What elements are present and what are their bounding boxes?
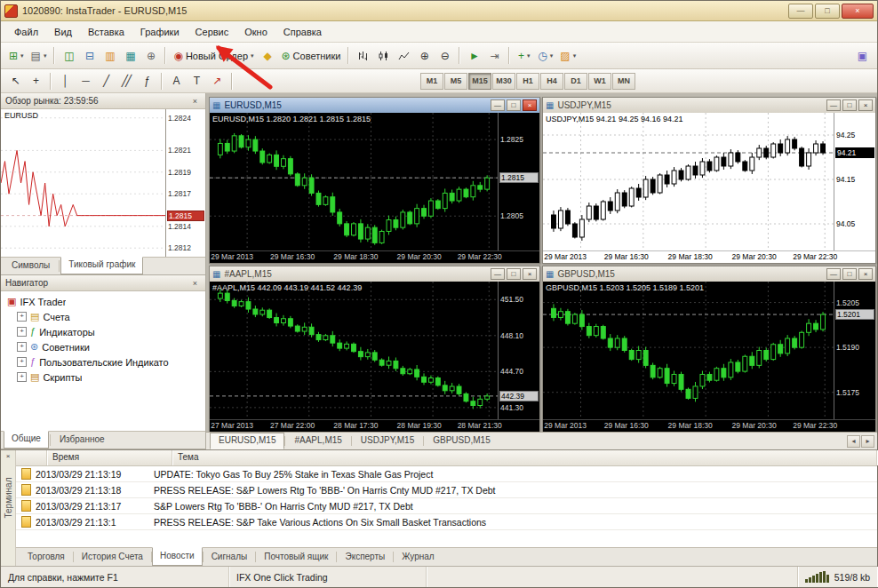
scroll-right-button[interactable]: ▸ — [861, 435, 874, 448]
expand-icon[interactable]: + — [17, 372, 27, 382]
expand-icon[interactable]: + — [17, 327, 27, 337]
timeframe-button-d1[interactable]: D1 — [564, 73, 587, 90]
tree-item-2[interactable]: +⊛Советники — [3, 339, 204, 354]
menu-item-5[interactable]: Окно — [236, 24, 275, 40]
status-trading-mode[interactable]: IFX One Click Trading — [229, 567, 427, 587]
templates-button[interactable]: ▨▾ — [556, 46, 579, 66]
terminal-button[interactable]: ▦ — [120, 46, 140, 66]
chart-tab-2[interactable]: USDJPY,M15 — [352, 433, 423, 449]
chart-window-gbpusd[interactable]: ▦ GBPUSD,M15 — □ × GBPUSD,M15 1.5203 1.5… — [542, 266, 876, 433]
bar-chart-button[interactable] — [353, 46, 373, 66]
terminal-tab-5[interactable]: Эксперты — [337, 548, 393, 566]
minimize-button[interactable]: — — [826, 99, 841, 111]
chart-window-aapl[interactable]: ▦ #AAPL,M15 — □ × #AAPL,M15 442.09 443.1… — [209, 266, 540, 433]
new-order-button[interactable]: ◉Новый Ордер▾ — [170, 46, 257, 66]
close-button[interactable]: × — [523, 99, 537, 111]
fibonacci-button[interactable]: ƒ — [137, 71, 157, 91]
menu-item-0[interactable]: Файл — [6, 24, 46, 40]
news-row[interactable]: 2013/03/29 21:13:19UPDATE: Tokyo Gas To … — [16, 466, 877, 482]
terminal-tab-3[interactable]: Сигналы — [204, 548, 256, 566]
arrows-button[interactable]: ↗ — [207, 71, 227, 91]
data-window-button[interactable]: ⊟ — [79, 46, 100, 66]
chart-window-titlebar[interactable]: ▦ #AAPL,M15 — □ × — [210, 266, 539, 282]
terminal-tab-4[interactable]: Почтовый ящик — [256, 548, 336, 566]
news-row[interactable]: 2013/03/29 21:13:18PRESS RELEASE: S&P Lo… — [16, 482, 877, 498]
menu-item-4[interactable]: Сервис — [188, 24, 237, 40]
chart-window-eurusd[interactable]: ▦ EURUSD,M15 — □ × EURUSD,M15 1.2820 1.2… — [209, 97, 540, 264]
cursor-button[interactable]: ↖ — [5, 71, 26, 91]
minimize-button[interactable]: — — [491, 99, 505, 111]
timeframe-button-m1[interactable]: M1 — [420, 73, 443, 90]
periods-button[interactable]: ◷▾ — [534, 46, 556, 66]
tree-item-root[interactable]: ▣IFX Trader — [3, 294, 204, 309]
chart-tab-3[interactable]: GBPUSD,M15 — [424, 433, 499, 449]
menu-item-1[interactable]: Вид — [46, 24, 80, 40]
tab-favorites[interactable]: Избранное — [52, 432, 113, 449]
community-button[interactable]: ▣ — [852, 46, 873, 66]
zoom-in-button[interactable]: ⊕ — [414, 46, 435, 66]
tree-item-3[interactable]: +ƒПользовательские Индикато — [3, 354, 204, 369]
terminal-tab-1[interactable]: История Счета — [74, 548, 151, 566]
indicators-button[interactable]: +▾ — [514, 46, 534, 66]
restore-button[interactable]: □ — [507, 268, 521, 280]
tree-item-4[interactable]: +▤Скрипты — [3, 369, 204, 385]
news-time-column[interactable]: Время — [47, 450, 172, 465]
timeframe-button-h4[interactable]: H4 — [540, 73, 563, 90]
timeframe-button-m5[interactable]: M5 — [444, 73, 467, 90]
minimize-button[interactable]: — — [788, 4, 813, 19]
tree-item-0[interactable]: +▤Счета — [3, 309, 204, 324]
minimize-button[interactable]: — — [491, 268, 505, 280]
chart-window-titlebar[interactable]: ▦ EURUSD,M15 — □ × — [210, 98, 539, 113]
vertical-line-button[interactable]: │ — [55, 71, 76, 91]
scroll-left-button[interactable]: ◂ — [847, 435, 860, 448]
candlestick-chart-button[interactable] — [373, 46, 394, 66]
crosshair-button[interactable]: + — [26, 71, 46, 91]
horizontal-line-button[interactable]: ─ — [76, 71, 96, 91]
close-button[interactable]: × — [842, 4, 874, 19]
text-button[interactable]: A — [166, 71, 187, 91]
profiles-button[interactable]: ▤▾ — [28, 46, 51, 66]
expand-icon[interactable]: + — [17, 342, 27, 352]
metaeditor-button[interactable]: ◆ — [258, 46, 278, 66]
chart-tab-0[interactable]: EURUSD,M15 — [210, 433, 284, 449]
expand-icon[interactable]: + — [17, 312, 27, 322]
autoscroll-button[interactable]: ► — [464, 46, 484, 66]
tab-common[interactable]: Общие — [4, 431, 49, 449]
panel-close-icon[interactable]: × — [189, 279, 201, 288]
advisors-button[interactable]: ⊛Советники — [278, 46, 345, 66]
tab-tick-chart[interactable]: Тиковый график — [60, 257, 143, 274]
line-chart-button[interactable] — [394, 46, 414, 66]
minimize-button[interactable]: — — [826, 268, 841, 280]
chart-plot[interactable]: EURUSD,M15 1.2820 1.2821 1.2815 1.2815 — [210, 113, 498, 250]
chart-plot[interactable]: #AAPL,M15 442.09 443.19 441.52 442.39 — [210, 282, 498, 419]
new-chart-button[interactable]: ⊞▾ — [5, 46, 28, 66]
timeframe-button-mn[interactable]: MN — [612, 73, 635, 90]
navigator-header[interactable]: Навигатор × — [1, 275, 205, 291]
timeframe-button-m30[interactable]: M30 — [492, 73, 515, 90]
chart-tab-1[interactable]: #AAPL,M15 — [285, 433, 350, 449]
market-watch-header[interactable]: Обзор рынка: 23:59:56 × — [1, 93, 205, 109]
chart-window-titlebar[interactable]: ▦ GBPUSD,M15 — □ × — [543, 266, 875, 282]
menu-item-3[interactable]: Графики — [132, 24, 188, 40]
panel-close-icon[interactable]: × — [189, 97, 201, 106]
restore-button[interactable]: □ — [842, 268, 857, 280]
chart-plot[interactable]: USDJPY,M15 94.21 94.25 94.16 94.21 — [543, 113, 834, 250]
terminal-tab-6[interactable]: Журнал — [394, 548, 443, 566]
timeframe-button-h1[interactable]: H1 — [516, 73, 539, 90]
timeframe-button-m15[interactable]: M15 — [468, 73, 491, 90]
titlebar[interactable]: 1020890: InstaTrader - EURUSD,M15 — □ × — [1, 1, 877, 21]
menu-item-6[interactable]: Справка — [275, 24, 330, 40]
channel-button[interactable]: ╱╱ — [116, 71, 137, 91]
tree-item-1[interactable]: +ƒИндикаторы — [3, 324, 204, 339]
terminal-close-button[interactable]: × — [3, 452, 13, 460]
chart-plot[interactable]: GBPUSD,M15 1.5203 1.5205 1.5189 1.5201 — [543, 282, 834, 419]
text-label-button[interactable]: T — [187, 71, 207, 91]
terminal-tab-0[interactable]: Торговля — [20, 548, 73, 566]
timeframe-button-w1[interactable]: W1 — [588, 73, 611, 90]
expand-icon[interactable]: + — [17, 357, 27, 367]
news-topic-column[interactable]: Тема — [172, 450, 877, 465]
menu-item-2[interactable]: Вставка — [80, 24, 132, 40]
tab-symbols[interactable]: Символы — [4, 258, 58, 274]
navigator-button[interactable]: ▥ — [100, 46, 120, 66]
chart-shift-button[interactable]: ⇥ — [484, 46, 505, 66]
